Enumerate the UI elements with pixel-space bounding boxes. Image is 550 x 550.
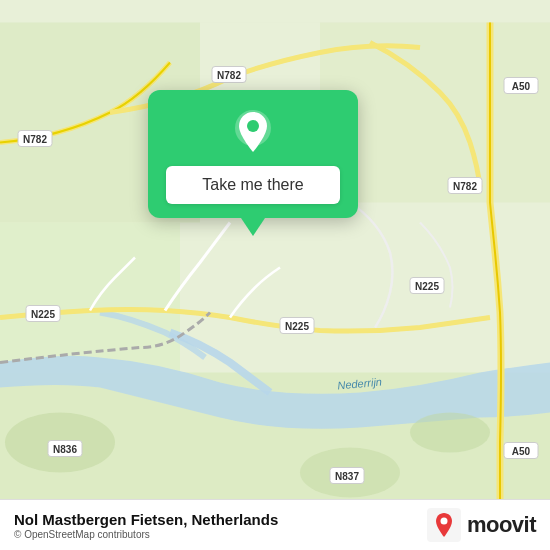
svg-text:N837: N837: [335, 471, 359, 482]
svg-point-7: [410, 413, 490, 453]
map-background: N782 N782 N782 N225 N225 N225 A50 A50 N8…: [0, 0, 550, 550]
svg-point-32: [440, 518, 447, 525]
svg-text:N782: N782: [217, 70, 241, 81]
bottom-left-info: Nol Mastbergen Fietsen, Netherlands © Op…: [14, 511, 278, 540]
svg-text:N782: N782: [23, 134, 47, 145]
location-name: Nol Mastbergen Fietsen, Netherlands: [14, 511, 278, 528]
map-container: N782 N782 N782 N225 N225 N225 A50 A50 N8…: [0, 0, 550, 550]
svg-text:A50: A50: [512, 446, 531, 457]
location-pin-icon: [229, 108, 277, 156]
moovit-brand-text: moovit: [467, 512, 536, 538]
popup-card: Take me there: [148, 90, 358, 218]
svg-text:N225: N225: [285, 321, 309, 332]
moovit-logo: moovit: [427, 508, 536, 542]
svg-text:N225: N225: [415, 281, 439, 292]
take-me-there-button[interactable]: Take me there: [166, 166, 340, 204]
osm-credit: © OpenStreetMap contributors: [14, 529, 278, 540]
svg-point-30: [247, 120, 259, 132]
svg-text:N782: N782: [453, 181, 477, 192]
svg-text:N225: N225: [31, 309, 55, 320]
moovit-logo-icon: [427, 508, 461, 542]
svg-rect-2: [0, 223, 180, 373]
bottom-bar: Nol Mastbergen Fietsen, Netherlands © Op…: [0, 499, 550, 550]
svg-text:N836: N836: [53, 444, 77, 455]
svg-text:A50: A50: [512, 81, 531, 92]
